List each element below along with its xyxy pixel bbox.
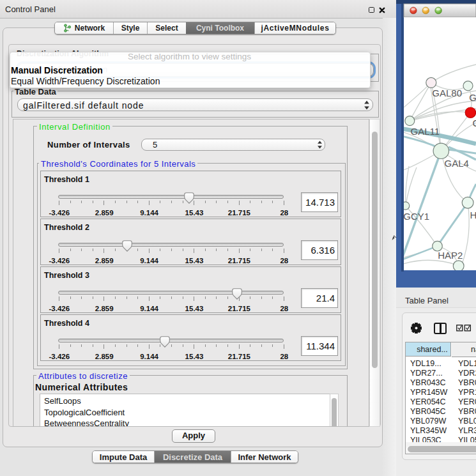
svg-text:GCY1: GCY1: [403, 211, 429, 222]
svg-text:C: C: [473, 118, 476, 128]
svg-text:GAL4: GAL4: [445, 158, 469, 169]
svg-text:GAL80: GAL80: [432, 88, 462, 98]
svg-text:H: H: [470, 210, 476, 220]
svg-text:HAP2: HAP2: [438, 250, 463, 261]
svg-text:G.: G.: [469, 92, 476, 103]
svg-text:GAL11: GAL11: [411, 126, 440, 137]
